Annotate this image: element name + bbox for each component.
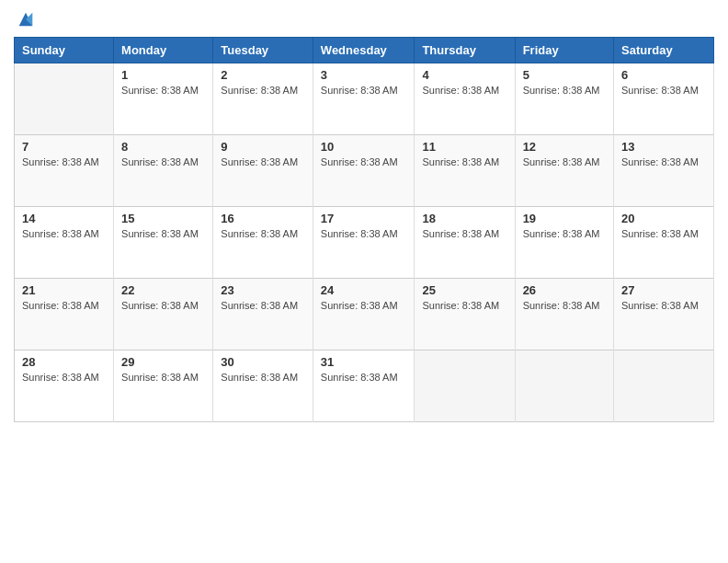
day-cell: 27Sunrise: 8:38 AM <box>614 279 714 350</box>
day-sunrise: Sunrise: 8:38 AM <box>523 85 600 96</box>
day-sunrise: Sunrise: 8:38 AM <box>621 228 699 239</box>
day-number: 26 <box>523 283 606 297</box>
day-cell: 10Sunrise: 8:38 AM <box>313 135 415 207</box>
day-cell: 25Sunrise: 8:38 AM <box>415 279 515 350</box>
day-cell: 8Sunrise: 8:38 AM <box>114 135 213 207</box>
day-sunrise: Sunrise: 8:38 AM <box>321 156 398 167</box>
day-cell: 1Sunrise: 8:38 AM <box>114 63 213 135</box>
week-row-1: 1Sunrise: 8:38 AM2Sunrise: 8:38 AM3Sunri… <box>15 63 714 135</box>
day-number: 3 <box>321 68 407 82</box>
day-number: 13 <box>621 140 706 154</box>
day-cell <box>15 63 114 135</box>
day-number: 20 <box>621 212 706 225</box>
day-sunrise: Sunrise: 8:38 AM <box>22 156 99 167</box>
day-sunrise: Sunrise: 8:38 AM <box>321 300 398 311</box>
day-sunrise: Sunrise: 8:38 AM <box>121 228 199 239</box>
day-cell: 31Sunrise: 8:38 AM <box>313 350 415 422</box>
day-sunrise: Sunrise: 8:38 AM <box>422 228 499 239</box>
day-sunrise: Sunrise: 8:38 AM <box>321 228 398 239</box>
day-sunrise: Sunrise: 8:38 AM <box>121 156 199 167</box>
day-number: 30 <box>221 355 305 369</box>
header <box>14 9 714 29</box>
day-cell: 29Sunrise: 8:38 AM <box>114 350 213 422</box>
day-number: 15 <box>121 212 205 225</box>
day-sunrise: Sunrise: 8:38 AM <box>221 85 298 96</box>
day-sunrise: Sunrise: 8:38 AM <box>422 85 499 96</box>
day-sunrise: Sunrise: 8:38 AM <box>422 300 499 311</box>
day-sunrise: Sunrise: 8:38 AM <box>621 85 699 96</box>
day-cell: 26Sunrise: 8:38 AM <box>515 279 613 350</box>
day-cell: 16Sunrise: 8:38 AM <box>213 207 313 279</box>
day-cell: 30Sunrise: 8:38 AM <box>213 350 313 422</box>
day-cell: 19Sunrise: 8:38 AM <box>515 207 613 279</box>
day-sunrise: Sunrise: 8:38 AM <box>523 300 600 311</box>
day-sunrise: Sunrise: 8:38 AM <box>121 85 199 96</box>
day-number: 10 <box>321 140 407 154</box>
day-sunrise: Sunrise: 8:38 AM <box>621 300 699 311</box>
header-tuesday: Tuesday <box>213 38 313 63</box>
week-row-3: 14Sunrise: 8:38 AM15Sunrise: 8:38 AM16Su… <box>15 207 714 279</box>
day-number: 4 <box>422 68 506 82</box>
day-sunrise: Sunrise: 8:38 AM <box>422 156 499 167</box>
day-cell: 2Sunrise: 8:38 AM <box>213 63 313 135</box>
week-row-5: 28Sunrise: 8:38 AM29Sunrise: 8:38 AM30Su… <box>15 350 714 422</box>
calendar-page: Sunday Monday Tuesday Wednesday Thursday… <box>0 0 728 563</box>
day-sunrise: Sunrise: 8:38 AM <box>22 300 99 311</box>
day-sunrise: Sunrise: 8:38 AM <box>121 372 199 383</box>
day-cell: 28Sunrise: 8:38 AM <box>15 350 114 422</box>
day-sunrise: Sunrise: 8:38 AM <box>22 372 99 383</box>
week-row-4: 21Sunrise: 8:38 AM22Sunrise: 8:38 AM23Su… <box>15 279 714 350</box>
header-wednesday: Wednesday <box>313 38 415 63</box>
day-cell: 9Sunrise: 8:38 AM <box>213 135 313 207</box>
day-cell: 11Sunrise: 8:38 AM <box>415 135 515 207</box>
day-number: 25 <box>422 283 506 297</box>
day-sunrise: Sunrise: 8:38 AM <box>523 228 600 239</box>
day-cell: 17Sunrise: 8:38 AM <box>313 207 415 279</box>
day-number: 1 <box>121 68 205 82</box>
day-sunrise: Sunrise: 8:38 AM <box>221 300 298 311</box>
day-sunrise: Sunrise: 8:38 AM <box>221 228 298 239</box>
day-cell: 12Sunrise: 8:38 AM <box>515 135 613 207</box>
day-number: 23 <box>221 283 305 297</box>
day-sunrise: Sunrise: 8:38 AM <box>221 156 298 167</box>
day-cell: 15Sunrise: 8:38 AM <box>114 207 213 279</box>
day-number: 16 <box>221 212 305 225</box>
day-number: 18 <box>422 212 506 225</box>
day-cell: 7Sunrise: 8:38 AM <box>15 135 114 207</box>
day-number: 24 <box>321 283 407 297</box>
day-cell: 24Sunrise: 8:38 AM <box>313 279 415 350</box>
day-cell: 22Sunrise: 8:38 AM <box>114 279 213 350</box>
day-cell <box>415 350 515 422</box>
day-number: 14 <box>22 212 106 225</box>
day-cell: 20Sunrise: 8:38 AM <box>614 207 714 279</box>
day-number: 2 <box>221 68 305 82</box>
day-number: 8 <box>121 140 205 154</box>
day-sunrise: Sunrise: 8:38 AM <box>523 156 600 167</box>
day-number: 27 <box>621 283 706 297</box>
day-number: 5 <box>523 68 606 82</box>
day-number: 31 <box>321 355 407 369</box>
day-number: 17 <box>321 212 407 225</box>
day-number: 19 <box>523 212 606 225</box>
day-cell: 6Sunrise: 8:38 AM <box>614 63 714 135</box>
day-cell: 4Sunrise: 8:38 AM <box>415 63 515 135</box>
day-cell: 5Sunrise: 8:38 AM <box>515 63 613 135</box>
day-number: 29 <box>121 355 205 369</box>
header-saturday: Saturday <box>614 38 714 63</box>
day-number: 21 <box>22 283 106 297</box>
day-cell: 23Sunrise: 8:38 AM <box>213 279 313 350</box>
day-cell: 3Sunrise: 8:38 AM <box>313 63 415 135</box>
day-cell: 14Sunrise: 8:38 AM <box>15 207 114 279</box>
day-number: 7 <box>22 140 106 154</box>
day-sunrise: Sunrise: 8:38 AM <box>321 372 398 383</box>
header-thursday: Thursday <box>415 38 515 63</box>
header-friday: Friday <box>515 38 613 63</box>
day-cell <box>614 350 714 422</box>
day-cell: 21Sunrise: 8:38 AM <box>15 279 114 350</box>
day-sunrise: Sunrise: 8:38 AM <box>321 85 398 96</box>
day-cell: 13Sunrise: 8:38 AM <box>614 135 714 207</box>
day-number: 28 <box>22 355 106 369</box>
calendar-table: Sunday Monday Tuesday Wednesday Thursday… <box>14 37 714 422</box>
day-sunrise: Sunrise: 8:38 AM <box>121 300 199 311</box>
day-number: 11 <box>422 140 506 154</box>
